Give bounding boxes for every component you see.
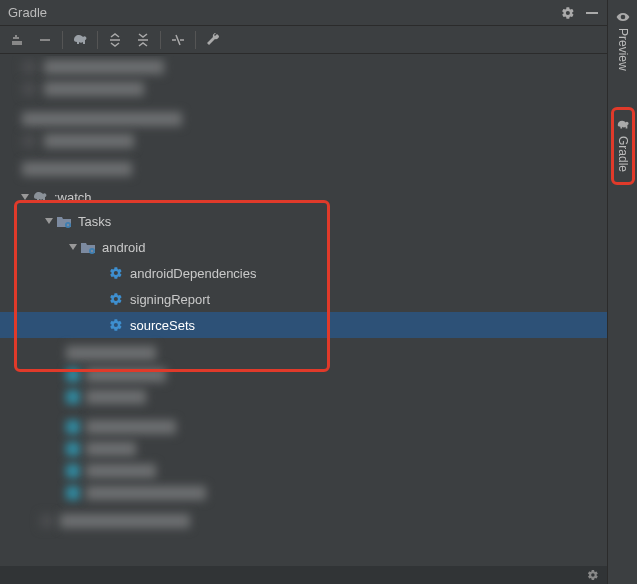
node-label: androidDependencies: [130, 266, 256, 281]
expand-arrow-icon[interactable]: [42, 214, 56, 228]
wrench-icon[interactable]: [202, 29, 224, 51]
gear-icon: [108, 317, 124, 333]
expand-arrow-icon[interactable]: [18, 190, 32, 204]
svg-rect-3: [13, 37, 19, 39]
expand-all-icon[interactable]: [104, 29, 126, 51]
svg-point-13: [91, 250, 93, 252]
folder-gear-icon: [56, 213, 72, 229]
status-bar: [0, 566, 607, 584]
right-tool-rail: Preview Gradle: [608, 0, 637, 584]
tab-preview[interactable]: Preview: [614, 4, 632, 77]
folder-gear-icon: [80, 239, 96, 255]
tab-label: Preview: [616, 28, 630, 71]
svg-rect-0: [586, 12, 598, 14]
elephant-icon: [32, 189, 48, 205]
tree-node-tasks[interactable]: Tasks: [0, 208, 607, 234]
svg-rect-1: [12, 41, 22, 45]
node-label: android: [102, 240, 145, 255]
elephant-icon[interactable]: [69, 29, 91, 51]
panel-title: Gradle: [8, 5, 561, 20]
tree-node-android[interactable]: android: [0, 234, 607, 260]
node-label: :watch: [54, 190, 92, 205]
tree-node-watch[interactable]: :watch: [0, 186, 607, 208]
gear-icon[interactable]: [587, 569, 599, 581]
gear-icon[interactable]: [561, 6, 575, 20]
gear-icon: [108, 265, 124, 281]
expand-arrow-icon[interactable]: [66, 240, 80, 254]
remove-icon[interactable]: [34, 29, 56, 51]
collapse-all-icon[interactable]: [132, 29, 154, 51]
gear-icon: [108, 291, 124, 307]
tab-gradle[interactable]: Gradle: [611, 107, 635, 185]
node-label: sourceSets: [130, 318, 195, 333]
panel-header: Gradle: [0, 0, 607, 26]
project-tree[interactable]: :watch Tasks android: [0, 56, 607, 564]
toolbar: [0, 26, 607, 54]
tab-label: Gradle: [616, 136, 630, 172]
elephant-icon: [616, 118, 630, 132]
tree-task-sourcesets[interactable]: sourceSets: [0, 312, 607, 338]
gradle-tool-window: Gradle: [0, 0, 608, 584]
add-icon[interactable]: [6, 29, 28, 51]
svg-line-9: [176, 35, 180, 45]
minimize-icon[interactable]: [585, 6, 599, 20]
svg-rect-4: [40, 39, 50, 41]
svg-point-11: [67, 224, 69, 226]
tree-task-signingreport[interactable]: signingReport: [0, 286, 607, 312]
tree-task-androiddependencies[interactable]: androidDependencies: [0, 260, 607, 286]
eye-icon: [616, 10, 630, 24]
node-label: signingReport: [130, 292, 210, 307]
offline-icon[interactable]: [167, 29, 189, 51]
node-label: Tasks: [78, 214, 111, 229]
